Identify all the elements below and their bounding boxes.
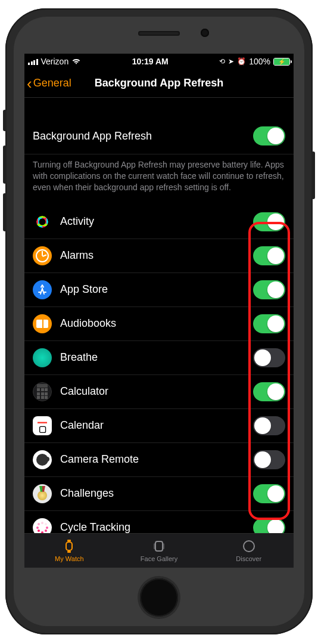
app-toggle-challenges[interactable] <box>253 484 285 503</box>
tab-gallery[interactable]: Face Gallery <box>114 534 204 568</box>
app-label: Calendar <box>60 419 245 432</box>
svg-point-6 <box>244 541 254 552</box>
location-icon: ➤ <box>228 57 234 66</box>
app-toggle-calendar[interactable] <box>253 416 285 435</box>
screen: Verizon 10:19 AM ⟲ ➤ ⏰ 100% ⚡ ‹ <box>24 54 294 568</box>
breathe-icon <box>33 348 52 367</box>
appstore-icon <box>33 280 52 299</box>
app-toggle-appstore[interactable] <box>253 280 285 299</box>
app-row-cycle: Cycle Tracking <box>24 511 294 533</box>
alarms-icon <box>33 246 52 265</box>
alarm-icon: ⏰ <box>237 57 246 66</box>
app-row-calculator: Calculator <box>24 375 294 409</box>
cycle-icon <box>33 518 52 533</box>
calculator-icon <box>33 382 52 401</box>
orientation-lock-icon: ⟲ <box>219 57 225 66</box>
app-list: ActivityAlarmsApp StoreAudiobooksBreathe… <box>24 205 294 533</box>
tab-label: My Watch <box>55 555 84 562</box>
tab-watch[interactable]: My Watch <box>24 534 114 568</box>
svg-rect-3 <box>155 541 163 551</box>
activity-icon <box>33 212 52 231</box>
svg-rect-0 <box>66 542 72 550</box>
navigation-bar: ‹ General Background App Refresh <box>24 69 294 98</box>
svg-rect-2 <box>67 551 71 553</box>
back-button[interactable]: ‹ General <box>27 76 71 91</box>
app-row-calendar: ▬▬▢Calendar <box>24 409 294 443</box>
front-camera <box>201 29 209 37</box>
battery-icon: ⚡ <box>273 58 290 66</box>
svg-rect-1 <box>67 540 71 541</box>
app-toggle-camera[interactable] <box>253 450 285 469</box>
back-label: General <box>33 77 71 89</box>
battery-percent: 100% <box>249 57 270 66</box>
phone-bezel: Verizon 10:19 AM ⟲ ➤ ⏰ 100% ⚡ ‹ <box>14 17 304 626</box>
app-row-breathe: Breathe <box>24 341 294 375</box>
app-label: Camera Remote <box>60 453 245 466</box>
tab-bar: My WatchFace GalleryDiscover <box>24 533 294 568</box>
audiobooks-icon <box>33 314 52 333</box>
app-label: Breathe <box>60 351 245 364</box>
volume-down-button <box>3 193 7 231</box>
app-label: Calculator <box>60 385 245 398</box>
home-button[interactable] <box>140 578 178 617</box>
master-toggle-label: Background App Refresh <box>33 130 245 143</box>
app-row-audiobooks: Audiobooks <box>24 307 294 341</box>
power-button <box>311 151 315 199</box>
app-label: Activity <box>60 215 245 228</box>
svg-rect-5 <box>163 543 164 549</box>
compass-icon <box>241 539 257 553</box>
camera-icon <box>33 450 52 469</box>
app-toggle-audiobooks[interactable] <box>253 314 285 333</box>
tab-label: Face Gallery <box>141 555 177 562</box>
app-label: App Store <box>60 283 245 296</box>
app-row-activity: Activity <box>24 205 294 239</box>
wifi-icon <box>71 58 81 65</box>
app-row-alarms: Alarms <box>24 239 294 273</box>
app-row-appstore: App Store <box>24 273 294 307</box>
app-toggle-cycle[interactable] <box>253 518 285 533</box>
app-toggle-calculator[interactable] <box>253 382 285 401</box>
earpiece-speaker <box>138 31 180 36</box>
app-label: Audiobooks <box>60 317 245 330</box>
cellular-signal-icon <box>28 58 38 65</box>
gallery-icon <box>151 539 167 553</box>
tab-compass[interactable]: Discover <box>204 534 294 568</box>
app-toggle-activity[interactable] <box>253 212 285 231</box>
calendar-icon: ▬▬▢ <box>33 416 52 435</box>
app-toggle-alarms[interactable] <box>253 246 285 265</box>
app-label: Alarms <box>60 249 245 262</box>
status-time: 10:19 AM <box>81 57 219 66</box>
master-toggle[interactable] <box>253 126 285 145</box>
description-text: Turning off Background App Refresh may p… <box>24 154 294 205</box>
app-row-camera: Camera Remote <box>24 443 294 477</box>
app-toggle-breathe[interactable] <box>253 348 285 367</box>
watch-icon <box>61 539 77 553</box>
content-scroll[interactable]: Background App Refresh Turning off Backg… <box>24 98 294 533</box>
master-toggle-row: Background App Refresh <box>24 118 294 154</box>
tab-label: Discover <box>236 555 261 562</box>
carrier-label: Verizon <box>41 57 69 66</box>
svg-rect-4 <box>154 543 155 549</box>
chevron-left-icon: ‹ <box>27 76 32 91</box>
volume-up-button <box>3 145 7 184</box>
app-label: Cycle Tracking <box>60 521 245 533</box>
app-label: Challenges <box>60 487 245 500</box>
status-bar: Verizon 10:19 AM ⟲ ➤ ⏰ 100% ⚡ <box>24 54 294 69</box>
challenges-icon <box>33 484 52 503</box>
phone-frame: Verizon 10:19 AM ⟲ ➤ ⏰ 100% ⚡ ‹ <box>5 8 313 634</box>
app-row-challenges: Challenges <box>24 477 294 511</box>
mute-switch <box>3 110 7 131</box>
